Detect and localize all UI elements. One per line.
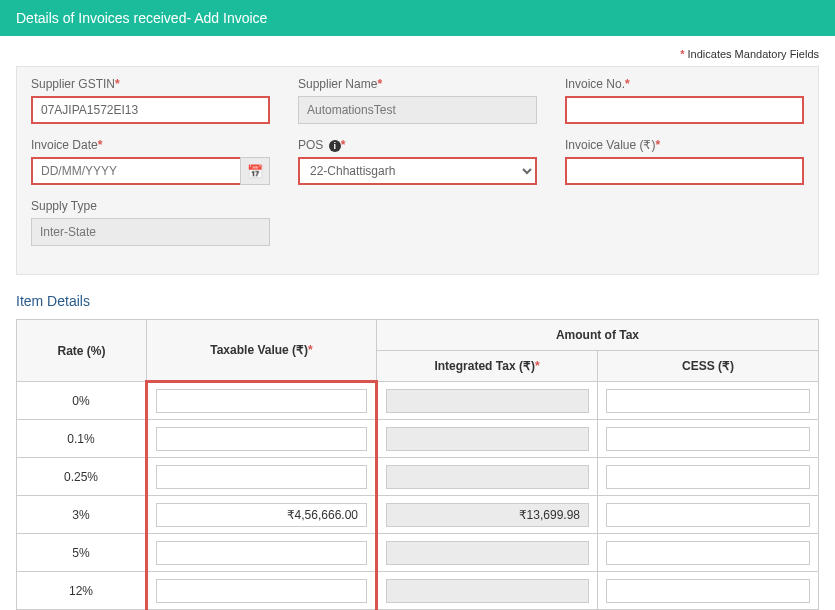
cess-cell [598,420,819,458]
rate-cell: 0.25% [17,458,147,496]
invoice-date-label: Invoice Date* [31,138,270,152]
rate-cell: 12% [17,572,147,610]
cess-input[interactable] [606,503,810,527]
supply-type-group: Supply Type [31,199,270,246]
table-row: 0.25% [17,458,819,496]
taxable-input[interactable] [156,503,367,527]
cess-input[interactable] [606,389,810,413]
taxable-cell [147,496,377,534]
supplier-name-label: Supplier Name* [298,77,537,91]
form-row-1: Supplier GSTIN* Supplier Name* Invoice N… [31,77,804,124]
taxable-input[interactable] [156,541,367,565]
th-taxable: Taxable Value (₹)* [147,320,377,382]
spacer-2 [565,199,804,246]
integrated-input[interactable] [386,503,589,527]
page-header: Details of Invoices received- Add Invoic… [0,0,835,36]
supplier-gstin-input[interactable] [31,96,270,124]
rate-cell: 3% [17,496,147,534]
taxable-input[interactable] [156,465,367,489]
supply-type-input [31,218,270,246]
invoice-date-group: Invoice Date* 📅 [31,138,270,185]
taxable-cell [147,420,377,458]
taxable-cell [147,572,377,610]
taxable-cell [147,382,377,420]
page-title: Details of Invoices received- Add Invoic… [16,10,267,26]
invoice-date-wrap: 📅 [31,157,270,185]
cess-cell [598,458,819,496]
invoice-value-input[interactable] [565,157,804,185]
supplier-name-input [298,96,537,124]
cess-cell [598,496,819,534]
info-icon: i [329,140,341,152]
th-amount-of-tax: Amount of Tax [377,320,819,351]
calendar-icon: 📅 [247,164,263,179]
pos-label: POS i* [298,138,537,152]
pos-group: POS i* 22-Chhattisgarh [298,138,537,185]
th-cess: CESS (₹) [598,351,819,382]
table-row: 0.1% [17,420,819,458]
cess-input[interactable] [606,427,810,451]
integrated-cell [377,420,598,458]
integrated-input[interactable] [386,389,589,413]
taxable-input[interactable] [156,389,367,413]
item-details-table: Rate (%) Taxable Value (₹)* Amount of Ta… [16,319,819,610]
th-rate: Rate (%) [17,320,147,382]
integrated-cell [377,496,598,534]
taxable-cell [147,534,377,572]
integrated-input[interactable] [386,541,589,565]
rate-cell: 5% [17,534,147,572]
item-details-title: Item Details [16,293,819,309]
taxable-cell [147,458,377,496]
integrated-input[interactable] [386,579,589,603]
pos-select[interactable]: 22-Chhattisgarh [298,157,537,185]
taxable-input[interactable] [156,427,367,451]
invoice-value-label: Invoice Value (₹)* [565,138,804,152]
supplier-gstin-group: Supplier GSTIN* [31,77,270,124]
mandatory-text: Indicates Mandatory Fields [684,48,819,60]
invoice-value-group: Invoice Value (₹)* [565,138,804,185]
form-row-3: Supply Type [31,199,804,246]
rate-cell: 0% [17,382,147,420]
invoice-no-input[interactable] [565,96,804,124]
integrated-cell [377,382,598,420]
cess-cell [598,382,819,420]
invoice-date-input[interactable] [31,157,240,185]
cess-cell [598,534,819,572]
integrated-cell [377,534,598,572]
invoice-form-panel: Supplier GSTIN* Supplier Name* Invoice N… [16,66,819,275]
cess-input[interactable] [606,579,810,603]
cess-input[interactable] [606,541,810,565]
cess-cell [598,572,819,610]
th-integrated: Integrated Tax (₹)* [377,351,598,382]
taxable-input[interactable] [156,579,367,603]
table-row: 12% [17,572,819,610]
table-row: 0% [17,382,819,420]
integrated-input[interactable] [386,427,589,451]
invoice-no-group: Invoice No.* [565,77,804,124]
supplier-name-group: Supplier Name* [298,77,537,124]
integrated-cell [377,572,598,610]
table-header-row-1: Rate (%) Taxable Value (₹)* Amount of Ta… [17,320,819,351]
calendar-button[interactable]: 📅 [240,157,270,185]
rate-cell: 0.1% [17,420,147,458]
spacer-1 [298,199,537,246]
integrated-cell [377,458,598,496]
content-area: * Indicates Mandatory Fields Supplier GS… [0,36,835,610]
form-row-2: Invoice Date* 📅 POS i* 22-Chhattisgarh I… [31,138,804,185]
supply-type-label: Supply Type [31,199,270,213]
invoice-no-label: Invoice No.* [565,77,804,91]
table-row: 3% [17,496,819,534]
integrated-input[interactable] [386,465,589,489]
cess-input[interactable] [606,465,810,489]
supplier-gstin-label: Supplier GSTIN* [31,77,270,91]
mandatory-note: * Indicates Mandatory Fields [16,48,819,60]
table-row: 5% [17,534,819,572]
